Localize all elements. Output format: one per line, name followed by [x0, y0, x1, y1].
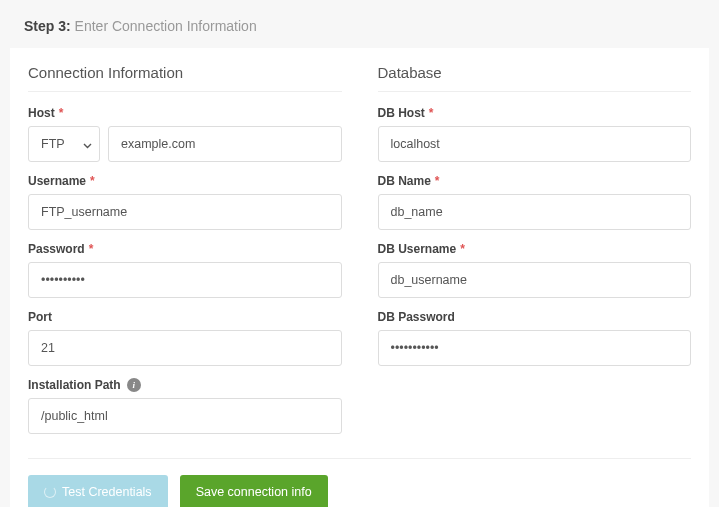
required-marker: *: [435, 174, 440, 188]
port-label: Port: [28, 310, 52, 324]
install-path-input[interactable]: [28, 398, 342, 434]
install-path-label: Installation Path: [28, 378, 121, 392]
db-password-input[interactable]: [378, 330, 692, 366]
step-header: Step 3: Enter Connection Information: [0, 0, 719, 48]
divider: [28, 458, 691, 459]
host-field: Host * FTP: [28, 106, 342, 162]
required-marker: *: [460, 242, 465, 256]
db-username-input[interactable]: [378, 262, 692, 298]
username-field: Username *: [28, 174, 342, 230]
save-connection-button[interactable]: Save connection info: [180, 475, 328, 507]
port-input[interactable]: [28, 330, 342, 366]
test-credentials-button[interactable]: Test Credentials: [28, 475, 168, 507]
test-credentials-label: Test Credentials: [62, 485, 152, 499]
username-label: Username: [28, 174, 86, 188]
protocol-select[interactable]: FTP: [28, 126, 100, 162]
db-host-field: DB Host *: [378, 106, 692, 162]
host-input[interactable]: [108, 126, 342, 162]
host-label: Host: [28, 106, 55, 120]
button-row: Test Credentials Save connection info: [28, 475, 691, 507]
required-marker: *: [59, 106, 64, 120]
port-field: Port: [28, 310, 342, 366]
password-label: Password: [28, 242, 85, 256]
db-username-field: DB Username *: [378, 242, 692, 298]
info-icon[interactable]: i: [127, 378, 141, 392]
password-input[interactable]: [28, 262, 342, 298]
required-marker: *: [429, 106, 434, 120]
form-card: Connection Information Host * FTP: [10, 48, 709, 507]
db-name-label: DB Name: [378, 174, 431, 188]
spinner-icon: [44, 486, 56, 498]
db-name-field: DB Name *: [378, 174, 692, 230]
db-name-input[interactable]: [378, 194, 692, 230]
required-marker: *: [89, 242, 94, 256]
step-title: Enter Connection Information: [75, 18, 257, 34]
install-path-field: Installation Path i: [28, 378, 342, 434]
db-host-input[interactable]: [378, 126, 692, 162]
db-password-field: DB Password: [378, 310, 692, 366]
connection-section: Connection Information Host * FTP: [28, 64, 342, 446]
database-section-title: Database: [378, 64, 692, 92]
username-input[interactable]: [28, 194, 342, 230]
db-username-label: DB Username: [378, 242, 457, 256]
step-number: Step 3:: [24, 18, 71, 34]
database-section: Database DB Host * DB Name * DB Username: [378, 64, 692, 446]
password-field: Password *: [28, 242, 342, 298]
save-connection-label: Save connection info: [196, 485, 312, 499]
connection-section-title: Connection Information: [28, 64, 342, 92]
db-host-label: DB Host: [378, 106, 425, 120]
db-password-label: DB Password: [378, 310, 455, 324]
required-marker: *: [90, 174, 95, 188]
